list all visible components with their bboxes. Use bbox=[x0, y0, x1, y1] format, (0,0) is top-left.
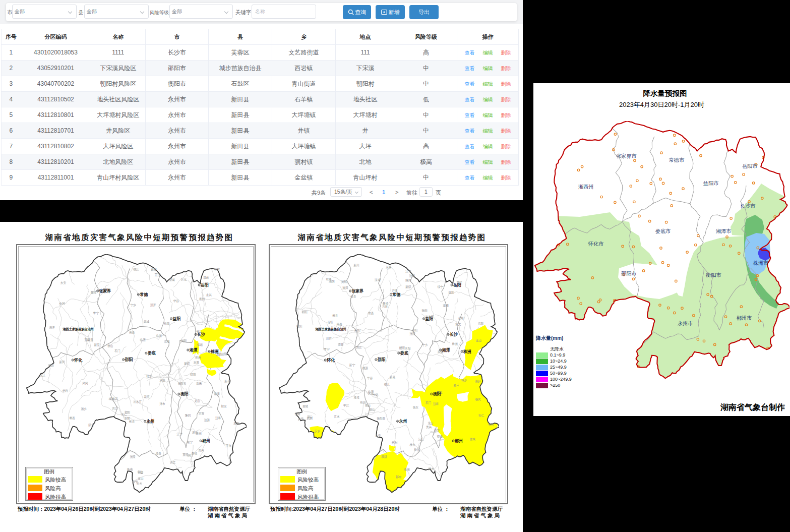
svg-text:益阳: 益阳 bbox=[172, 317, 181, 321]
svg-text:汝城: 汝城 bbox=[164, 339, 169, 343]
svg-text:津市: 津市 bbox=[429, 467, 434, 471]
svg-text:洪江: 洪江 bbox=[111, 406, 117, 410]
svg-text:岳阳市: 岳阳市 bbox=[742, 163, 758, 169]
svg-text:衡阳县: 衡阳县 bbox=[177, 382, 186, 386]
svg-text:邵阳: 邵阳 bbox=[190, 373, 196, 377]
svg-text:涟源: 涟源 bbox=[204, 418, 210, 422]
svg-text:衡东: 衡东 bbox=[199, 298, 205, 301]
svg-text:石门: 石门 bbox=[114, 349, 120, 353]
svg-text:资兴: 资兴 bbox=[426, 426, 432, 429]
svg-text:双峰: 双峰 bbox=[203, 276, 209, 279]
svg-text:茶陵: 茶陵 bbox=[302, 404, 308, 408]
svg-text:宜章: 宜章 bbox=[84, 337, 90, 341]
svg-text:攸县: 攸县 bbox=[368, 311, 374, 315]
svg-text:邵阳: 邵阳 bbox=[125, 358, 133, 362]
svg-text:衡阳市: 衡阳市 bbox=[705, 272, 721, 278]
svg-text:岳阳: 岳阳 bbox=[478, 322, 483, 326]
svg-text:溆浦: 溆浦 bbox=[443, 304, 449, 308]
svg-text:宁乡: 宁乡 bbox=[422, 343, 428, 346]
svg-text:慈利: 慈利 bbox=[62, 389, 68, 392]
svg-text:衡南: 衡南 bbox=[127, 468, 133, 471]
svg-text:益阳: 益阳 bbox=[449, 291, 454, 294]
svg-text:衡阳县: 衡阳县 bbox=[377, 417, 385, 421]
svg-text:郴州: 郴州 bbox=[454, 439, 463, 443]
svg-text:湘乡: 湘乡 bbox=[475, 380, 480, 383]
svg-text:郴州市: 郴州市 bbox=[737, 315, 752, 321]
svg-text:涟源: 涟源 bbox=[409, 273, 415, 277]
svg-text:冷水江: 冷水江 bbox=[133, 400, 142, 404]
svg-text:衡东: 衡东 bbox=[413, 406, 418, 409]
svg-text:麻阳: 麻阳 bbox=[354, 329, 360, 332]
svg-text:江华: 江华 bbox=[176, 433, 182, 436]
svg-text:邵东: 邵东 bbox=[434, 428, 440, 432]
svg-text:湘阴: 湘阴 bbox=[329, 280, 334, 283]
svg-text:岳阳: 岳阳 bbox=[453, 282, 461, 287]
svg-text:郴县: 郴县 bbox=[332, 314, 338, 317]
svg-text:慈利: 慈利 bbox=[391, 441, 397, 445]
svg-text:怀化: 怀化 bbox=[326, 358, 335, 363]
svg-text:会同: 会同 bbox=[489, 423, 494, 426]
svg-text:耒阳: 耒阳 bbox=[405, 346, 410, 350]
svg-text:绥宁: 绥宁 bbox=[438, 285, 443, 288]
svg-text:望城: 望城 bbox=[436, 435, 442, 438]
svg-text:沅江: 沅江 bbox=[418, 438, 424, 441]
svg-text:沅江: 沅江 bbox=[40, 374, 45, 377]
svg-text:新宁: 新宁 bbox=[349, 364, 355, 367]
svg-text:双牌: 双牌 bbox=[381, 455, 387, 459]
svg-text:南县: 南县 bbox=[129, 331, 135, 334]
svg-text:衡南: 衡南 bbox=[421, 309, 427, 313]
svg-text:浏阳: 浏阳 bbox=[341, 280, 346, 284]
svg-text:衡山: 衡山 bbox=[365, 404, 371, 407]
svg-text:临武: 临武 bbox=[475, 397, 480, 400]
svg-text:邵阳: 邵阳 bbox=[377, 358, 386, 362]
svg-text:临湘: 临湘 bbox=[156, 334, 161, 338]
svg-text:浏阳: 浏阳 bbox=[181, 339, 187, 343]
svg-text:郴州: 郴州 bbox=[202, 439, 210, 443]
svg-text:辰溪: 辰溪 bbox=[194, 360, 199, 364]
svg-text:江华: 江华 bbox=[405, 269, 411, 273]
svg-text:炎陵: 炎陵 bbox=[124, 416, 130, 420]
svg-text:长沙: 长沙 bbox=[450, 332, 458, 337]
svg-text:溆浦: 溆浦 bbox=[214, 392, 219, 396]
svg-text:江永: 江永 bbox=[334, 415, 339, 419]
svg-text:岳阳: 岳阳 bbox=[200, 282, 209, 287]
svg-text:怀化市: 怀化市 bbox=[588, 241, 604, 247]
svg-text:娄底: 娄底 bbox=[400, 350, 408, 356]
svg-text:湘潭: 湘潭 bbox=[189, 348, 198, 352]
svg-text:桃江: 桃江 bbox=[384, 383, 390, 386]
svg-text:张家界: 张家界 bbox=[99, 288, 111, 293]
svg-text:永顺: 永顺 bbox=[458, 316, 463, 320]
svg-text:桂阳: 桂阳 bbox=[296, 325, 302, 328]
svg-text:韶山: 韶山 bbox=[370, 407, 375, 411]
svg-text:安乡: 安乡 bbox=[315, 429, 320, 433]
svg-text:隆回: 隆回 bbox=[405, 278, 411, 282]
svg-text:吉首: 吉首 bbox=[382, 305, 388, 308]
svg-text:永州市: 永州市 bbox=[678, 321, 693, 326]
svg-text:炎陵: 炎陵 bbox=[298, 417, 303, 421]
svg-text:株洲市: 株洲市 bbox=[753, 260, 769, 266]
svg-text:湘西土家族苗族自治州: 湘西土家族苗族自治州 bbox=[315, 327, 346, 331]
svg-text:湘潭: 湘潭 bbox=[342, 286, 348, 290]
svg-text:蓝山: 蓝山 bbox=[476, 339, 481, 342]
svg-text:郴县: 郴县 bbox=[70, 417, 75, 420]
svg-text:汨罗: 汨罗 bbox=[150, 304, 156, 307]
svg-text:新邵: 新邵 bbox=[405, 285, 411, 289]
svg-text:麻阳: 麻阳 bbox=[151, 268, 156, 272]
svg-text:益阳: 益阳 bbox=[221, 352, 227, 356]
svg-text:邵阳市: 邵阳市 bbox=[621, 271, 637, 276]
svg-text:鼎城: 鼎城 bbox=[144, 320, 149, 324]
svg-text:株洲: 株洲 bbox=[195, 356, 201, 359]
svg-text:新晃: 新晃 bbox=[390, 376, 395, 379]
svg-text:衡阳: 衡阳 bbox=[433, 392, 441, 396]
svg-text:临武: 临武 bbox=[112, 397, 118, 400]
svg-text:桂东: 桂东 bbox=[409, 443, 415, 446]
svg-text:龙山: 龙山 bbox=[194, 399, 200, 402]
svg-text:湘阴: 湘阴 bbox=[48, 364, 53, 368]
svg-text:花垣: 花垣 bbox=[327, 321, 333, 324]
svg-text:益阳: 益阳 bbox=[425, 317, 434, 321]
svg-text:宁乡: 宁乡 bbox=[131, 304, 136, 307]
svg-text:醴陵: 醴陵 bbox=[399, 346, 405, 350]
svg-text:新邵: 新邵 bbox=[184, 362, 190, 366]
svg-text:道县: 道县 bbox=[156, 452, 161, 455]
svg-text:临澧: 临澧 bbox=[368, 390, 374, 393]
